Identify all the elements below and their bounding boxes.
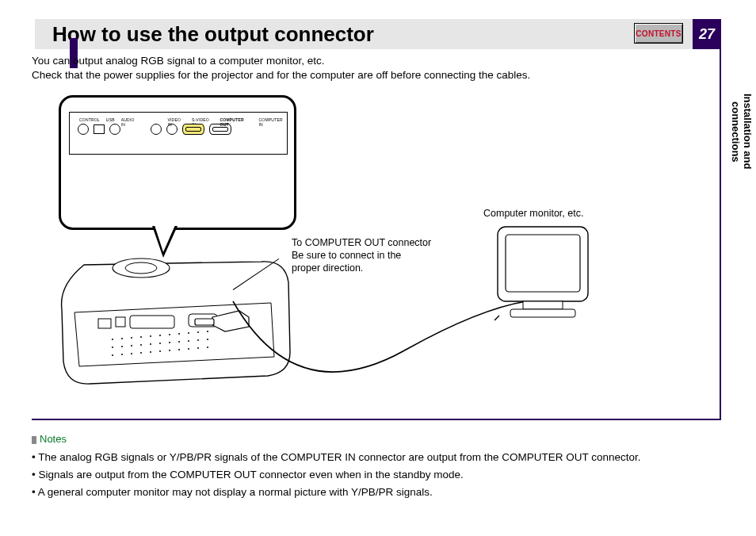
- computer-in-port-icon: [209, 124, 231, 135]
- svg-point-10: [150, 335, 151, 337]
- notes-heading: Notes: [32, 431, 721, 448]
- svg-point-34: [169, 350, 170, 351]
- svg-point-8: [131, 337, 132, 339]
- intro-line2: Check that the power supplies for the pr…: [32, 68, 530, 82]
- svg-point-14: [188, 332, 189, 334]
- intro-text: You can output analog RGB signal to a co…: [32, 54, 530, 82]
- connector-line3: proper direction.: [292, 262, 458, 274]
- svg-point-18: [121, 346, 123, 347]
- page-number: 27: [693, 19, 721, 49]
- svg-point-30: [131, 353, 132, 354]
- note-item: • The analog RGB signals or Y/PB/PR sign…: [32, 450, 721, 466]
- svg-rect-43: [510, 309, 575, 317]
- svg-point-31: [140, 352, 142, 354]
- svg-rect-39: [195, 319, 214, 325]
- svg-point-23: [169, 342, 170, 343]
- svg-point-32: [150, 351, 151, 353]
- note-item: • Signals are output from the COMPUTER O…: [32, 467, 721, 484]
- title-bar: How to use the output connector: [35, 19, 693, 49]
- callout-tail-icon: [152, 226, 178, 258]
- connector-line2: Be sure to connect in the: [292, 249, 458, 262]
- svg-point-6: [112, 339, 113, 340]
- svideo-port-icon: [166, 124, 178, 135]
- port-row: [78, 124, 231, 135]
- video-port-icon: [151, 124, 162, 135]
- divider-right: [720, 49, 721, 420]
- svg-point-17: [112, 346, 113, 348]
- divider-bottom: [32, 419, 721, 420]
- svg-rect-41: [506, 235, 580, 292]
- svg-point-28: [112, 354, 113, 356]
- connector-instruction: To COMPUTER OUT connector Be sure to con…: [292, 236, 458, 274]
- svg-point-22: [159, 343, 161, 344]
- monitor-label: Computer monitor, etc.: [483, 208, 583, 219]
- svg-point-38: [207, 346, 208, 348]
- svg-point-36: [188, 348, 189, 350]
- intro-line1: You can output analog RGB signal to a co…: [32, 54, 530, 68]
- notes-bullet-icon: [32, 436, 36, 444]
- page-title: How to use the output connector: [52, 22, 374, 47]
- svg-point-9: [140, 336, 142, 338]
- audio-port-icon: [109, 124, 120, 135]
- svg-point-21: [150, 343, 151, 345]
- page-root: How to use the output connector CONTENTS…: [0, 0, 756, 536]
- port-callout: CONTROL USB AUDIO IN VIDEO IN S-VIDEO IN…: [59, 95, 296, 230]
- svg-point-26: [197, 339, 199, 341]
- svg-point-19: [131, 345, 132, 346]
- svg-point-24: [178, 341, 180, 343]
- usb-port-icon: [94, 124, 105, 134]
- svg-point-11: [159, 335, 161, 336]
- svg-point-20: [140, 344, 142, 346]
- notes-section: Notes • The analog RGB signals or Y/PB/P…: [32, 431, 721, 502]
- svg-point-1: [125, 262, 157, 274]
- port-panel: CONTROL USB AUDIO IN VIDEO IN S-VIDEO IN…: [69, 112, 288, 155]
- svg-point-25: [188, 340, 189, 342]
- svg-point-35: [178, 349, 180, 350]
- svg-point-12: [169, 334, 170, 335]
- svg-point-16: [207, 331, 208, 332]
- contents-button[interactable]: CONTENTS: [634, 23, 683, 44]
- connector-line1: To COMPUTER OUT connector: [292, 236, 458, 249]
- control-port-icon: [78, 124, 89, 135]
- vent-dots-icon: [109, 164, 251, 204]
- svg-point-37: [197, 347, 199, 349]
- svg-point-7: [121, 338, 123, 339]
- connection-diagram: CONTROL USB AUDIO IN VIDEO IN S-VIDEO IN…: [55, 87, 626, 404]
- svg-point-15: [197, 331, 199, 333]
- svg-rect-42: [523, 301, 563, 309]
- section-tab: Installation and connections: [727, 79, 756, 184]
- svg-point-29: [121, 354, 123, 355]
- monitor-illustration: [491, 222, 594, 325]
- computer-out-port-icon: [182, 124, 204, 135]
- note-item: • A general computer monitor may not dis…: [32, 484, 721, 501]
- svg-point-13: [178, 333, 180, 335]
- svg-point-33: [159, 350, 161, 352]
- cable-line-icon: [214, 278, 531, 389]
- label-computer-in: COMPUTER IN: [259, 117, 287, 127]
- svg-point-27: [207, 339, 208, 340]
